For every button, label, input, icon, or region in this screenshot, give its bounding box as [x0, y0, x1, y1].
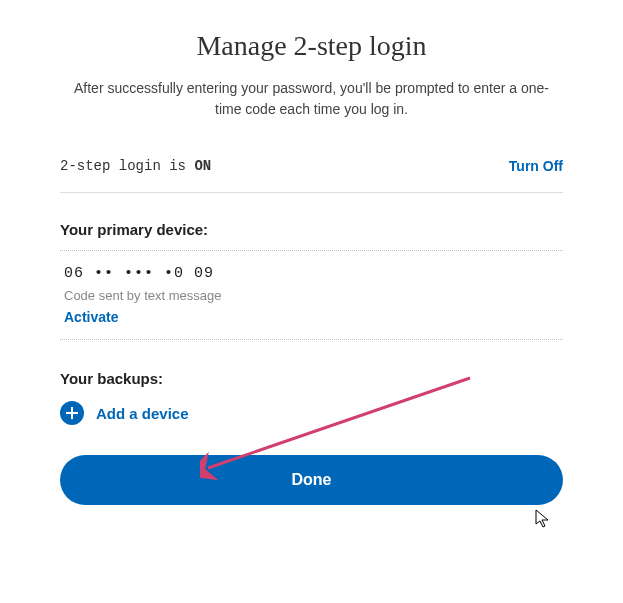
page-title: Manage 2-step login: [60, 30, 563, 62]
status-state: ON: [194, 158, 211, 174]
primary-device-method: Code sent by text message: [64, 288, 559, 303]
turnoff-link[interactable]: Turn Off: [509, 158, 563, 174]
page-subtitle: After successfully entering your passwor…: [60, 78, 563, 120]
status-prefix: 2-step login is: [60, 158, 194, 174]
primary-device-phone: 06 •• ••• •0 09: [64, 265, 559, 282]
add-device-label: Add a device: [96, 405, 189, 422]
primary-device-block: 06 •• ••• •0 09 Code sent by text messag…: [60, 250, 563, 340]
add-device-button[interactable]: Add a device: [60, 401, 189, 425]
backups-header: Your backups:: [60, 370, 563, 387]
primary-device-header: Your primary device:: [60, 221, 563, 238]
status-text: 2-step login is ON: [60, 158, 211, 174]
plus-icon: [60, 401, 84, 425]
status-row: 2-step login is ON Turn Off: [60, 158, 563, 193]
done-button[interactable]: Done: [60, 455, 563, 505]
activate-link[interactable]: Activate: [64, 309, 559, 325]
